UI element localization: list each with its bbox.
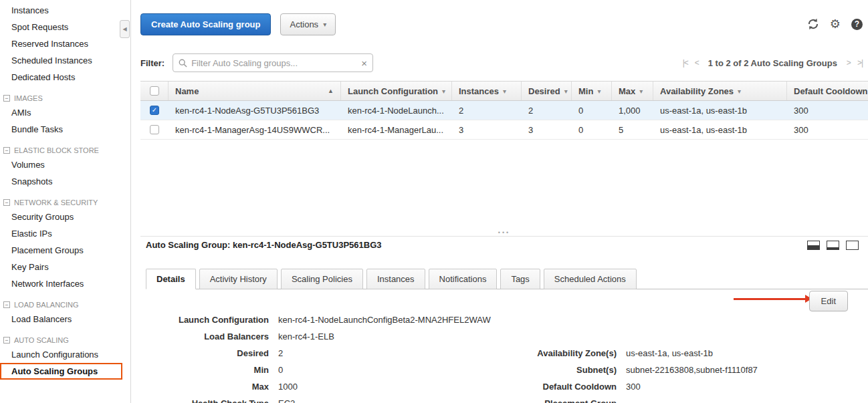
column-header-availability-zones[interactable]: Availability Zones ▾ [653, 82, 787, 100]
tab-notifications[interactable]: Notifications [429, 269, 498, 289]
tab-scaling-policies[interactable]: Scaling Policies [281, 269, 363, 289]
refresh-icon[interactable] [807, 18, 819, 30]
filter-input[interactable] [191, 58, 357, 68]
tab-details[interactable]: Details [146, 269, 196, 289]
filter-label: Filter: [140, 58, 165, 68]
field-placement-group: Placement Group [468, 398, 758, 403]
sidebar-section-label: ELASTIC BLOCK STORE [14, 146, 99, 154]
section-collapse-icon[interactable]: − [3, 147, 10, 154]
cell-desired: 3 [522, 125, 572, 135]
clear-filter-icon[interactable]: × [361, 58, 367, 68]
sidebar-item-amis[interactable]: AMIs [0, 104, 130, 121]
cell-instances: 2 [452, 106, 522, 116]
field-label: Desired [140, 348, 269, 358]
chevron-down-icon: ▾ [564, 88, 568, 95]
tab-tags[interactable]: Tags [500, 269, 540, 289]
create-auto-scaling-group-button[interactable]: Create Auto Scaling group [140, 13, 271, 35]
column-header-desired[interactable]: Desired ▾ [522, 82, 572, 100]
sidebar-item-placement-groups[interactable]: Placement Groups [0, 242, 130, 259]
toolbar: Create Auto Scaling group Actions ▾ ⚙ ? [140, 13, 863, 35]
layout-bottom-bar-icon[interactable] [827, 241, 839, 250]
column-label: Name [175, 86, 199, 96]
chevron-down-icon: ▾ [639, 88, 643, 95]
field-value: 2 [278, 348, 283, 358]
gear-icon[interactable]: ⚙ [830, 18, 841, 30]
sidebar-item-snapshots[interactable]: Snapshots [0, 173, 130, 190]
table-row[interactable]: ✓ ken-rc4-1-NodeAsg-G5TU3P561BG3 ken-rc4… [140, 101, 868, 120]
column-header-max[interactable]: Max ▾ [612, 82, 653, 100]
field-label: Health Check Type [140, 398, 269, 403]
field-value: 1000 [278, 382, 298, 392]
field-value: 300 [626, 382, 641, 392]
splitter-grip-icon[interactable]: ••• [140, 230, 868, 235]
section-collapse-icon[interactable]: − [3, 199, 10, 206]
chevron-down-icon: ▾ [323, 21, 326, 28]
sidebar-section-elastic-block-store[interactable]: − ELASTIC BLOCK STORE [3, 146, 130, 154]
column-header-launch-configuration[interactable]: Launch Configuration ▾ [341, 82, 452, 100]
cell-availability-zones: us-east-1a, us-east-1b [653, 106, 787, 116]
cell-name: ken-rc4-1-ManagerAsg-14US9WWCR... [169, 125, 341, 135]
annotation-arrow [734, 298, 806, 300]
sidebar-item-auto-scaling-groups[interactable]: Auto Scaling Groups [0, 363, 122, 380]
cell-launch-configuration: ken-rc4-1-ManagerLau... [341, 125, 452, 135]
column-header-min[interactable]: Min ▾ [572, 82, 612, 100]
sidebar-section-network-security[interactable]: − NETWORK & SECURITY [3, 198, 130, 207]
layout-full-icon[interactable] [846, 241, 859, 250]
sidebar-item-elastic-ips[interactable]: Elastic IPs [0, 225, 130, 242]
field-value: EC2 [278, 398, 295, 403]
sidebar-item-spot-requests[interactable]: Spot Requests [0, 19, 130, 35]
field-value: ken-rc4-1-ELB [278, 331, 334, 342]
section-collapse-icon[interactable]: − [3, 301, 10, 308]
tab-instances[interactable]: Instances [366, 269, 425, 289]
sidebar-item-scheduled-instances[interactable]: Scheduled Instances [0, 52, 130, 69]
help-icon[interactable]: ? [851, 19, 863, 30]
sidebar-section-load-balancing[interactable]: − LOAD BALANCING [3, 301, 130, 309]
chevron-left-icon: ◀ [122, 26, 126, 32]
sidebar-collapse-button[interactable]: ◀ [120, 20, 130, 38]
column-header-name[interactable]: Name ▲ [169, 82, 341, 100]
cell-min: 0 [572, 106, 612, 116]
column-label: Max [619, 86, 635, 96]
field-value: 0 [278, 365, 283, 375]
sidebar-item-instances[interactable]: Instances [0, 2, 130, 19]
sidebar-item-reserved-instances[interactable]: Reserved Instances [0, 35, 130, 52]
section-collapse-icon[interactable]: − [3, 95, 10, 102]
sidebar-item-key-pairs[interactable]: Key Pairs [0, 259, 130, 275]
sidebar-item-security-groups[interactable]: Security Groups [0, 209, 130, 225]
pagination-first-icon[interactable]: |< [683, 58, 688, 68]
pagination-last-icon[interactable]: >| [857, 58, 863, 68]
edit-button[interactable]: Edit [809, 291, 848, 311]
tab-scheduled-actions[interactable]: Scheduled Actions [544, 269, 637, 289]
filter-searchbox[interactable]: × [173, 53, 373, 72]
actions-button[interactable]: Actions ▾ [280, 13, 336, 35]
sidebar-item-volumes[interactable]: Volumes [0, 156, 130, 173]
panel-splitter[interactable]: ••• [140, 230, 868, 237]
sidebar-item-launch-configurations[interactable]: Launch Configurations [0, 346, 130, 363]
field-label: Load Balancers [140, 331, 269, 342]
tab-activity-history[interactable]: Activity History [199, 269, 278, 289]
chevron-down-icon: ▾ [442, 88, 445, 95]
toolbar-right-icons: ⚙ ? [807, 18, 863, 30]
layout-bottom-half-icon[interactable] [807, 241, 820, 250]
pagination-prev-icon[interactable]: < [695, 58, 699, 68]
section-collapse-icon[interactable]: − [3, 337, 10, 344]
column-header-instances[interactable]: Instances ▾ [452, 82, 522, 100]
sidebar-item-load-balancers[interactable]: Load Balancers [0, 311, 130, 327]
field-load-balancers: Load Balancers ken-rc4-1-ELB [140, 331, 491, 348]
table-row[interactable]: ken-rc4-1-ManagerAsg-14US9WWCR... ken-rc… [140, 120, 868, 140]
row-checkbox-checked[interactable]: ✓ [150, 106, 159, 115]
sidebar-item-dedicated-hosts[interactable]: Dedicated Hosts [0, 69, 130, 86]
column-header-default-cooldown[interactable]: Default Cooldown [787, 82, 868, 100]
select-all-checkbox[interactable] [140, 82, 169, 100]
row-checkbox-unchecked[interactable] [150, 125, 159, 134]
column-label: Min [578, 86, 593, 96]
field-desired: Desired 2 [140, 348, 491, 365]
sidebar-section-auto-scaling[interactable]: − AUTO SCALING [3, 336, 130, 344]
detail-tabs: Details Activity History Scaling Policie… [146, 269, 868, 289]
chevron-down-icon: ▾ [738, 88, 741, 95]
sort-asc-icon: ▲ [328, 88, 334, 94]
sidebar-item-bundle-tasks[interactable]: Bundle Tasks [0, 121, 130, 138]
sidebar-section-images[interactable]: − IMAGES [3, 94, 130, 102]
pagination-next-icon[interactable]: > [847, 58, 851, 68]
sidebar-item-network-interfaces[interactable]: Network Interfaces [0, 275, 130, 292]
